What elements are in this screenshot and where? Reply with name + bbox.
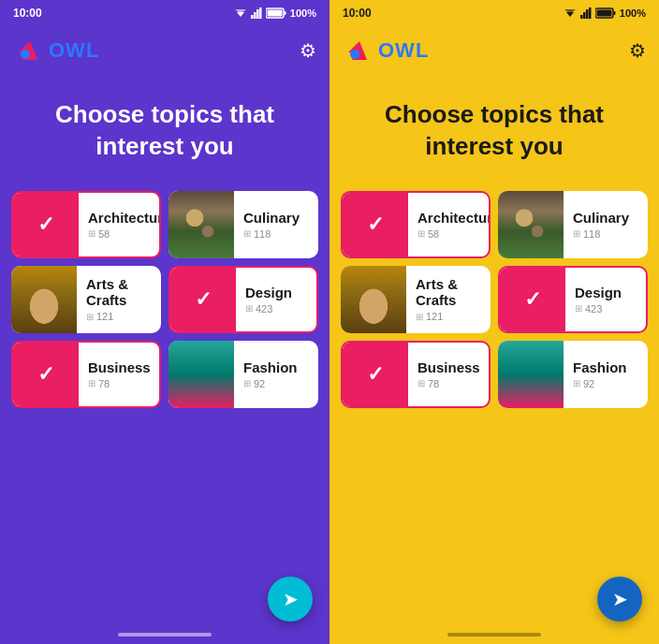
topic-card-architecture-light[interactable]: ✓ Architecture 58: [341, 191, 491, 258]
fab-dark[interactable]: ➤: [268, 577, 313, 622]
svg-rect-3: [254, 12, 256, 19]
culinary-name-light: Culinary: [573, 210, 638, 226]
hero-title-light: Choose topics thatinterest you: [348, 99, 640, 163]
status-icons-dark: 100%: [234, 7, 316, 19]
svg-rect-17: [589, 7, 592, 19]
battery-icon-light: [595, 7, 616, 19]
hero-title-dark: Choose topics thatinterest you: [19, 99, 311, 163]
architecture-name-dark: Architecture: [88, 210, 161, 226]
fashion-count-dark: 92: [243, 378, 309, 389]
architecture-info-light: Architecture 58: [408, 204, 491, 245]
battery-icon-dark: [266, 7, 286, 19]
svg-rect-15: [583, 12, 586, 19]
business-count-light: 78: [417, 378, 480, 389]
culinary-count-dark: 118: [243, 228, 309, 240]
logo-owl-icon-dark: [13, 34, 47, 67]
status-time-dark: 10:00: [13, 7, 42, 20]
arts-thumb-dark: [11, 266, 77, 333]
topics-grid-light: ✓ Architecture 58 Culinary 118 Arts & Cr…: [330, 191, 659, 408]
svg-rect-2: [251, 15, 254, 19]
app-header-light: OWL ⚙: [330, 26, 659, 71]
svg-point-11: [21, 50, 30, 59]
svg-rect-4: [256, 9, 259, 19]
topic-card-culinary-dark[interactable]: Culinary 118: [168, 191, 318, 258]
design-check-dark: ✓: [170, 266, 236, 333]
fashion-thumb-light: [498, 341, 564, 408]
svg-rect-5: [259, 7, 262, 19]
topic-card-culinary-light[interactable]: Culinary 118: [498, 191, 648, 258]
architecture-count-light: 58: [417, 228, 491, 240]
topic-card-arts-dark[interactable]: Arts & Crafts 121: [11, 266, 161, 333]
design-name-dark: Design: [245, 285, 307, 300]
arts-count-dark: 121: [86, 311, 152, 322]
business-check-light: ✓: [343, 341, 408, 408]
status-icons-light: 100%: [564, 7, 646, 19]
architecture-check-dark: ✓: [13, 191, 79, 258]
fashion-thumb-dark: [168, 341, 234, 408]
fashion-name-dark: Fashion: [243, 359, 309, 375]
settings-icon-light[interactable]: ⚙: [629, 39, 646, 62]
culinary-count-light: 118: [573, 228, 638, 240]
topic-card-design-dark[interactable]: ✓ Design 423: [168, 266, 318, 333]
signal-icon-light: [580, 7, 592, 19]
svg-rect-14: [580, 15, 583, 19]
hero-text-light: Choose topics thatinterest you: [330, 71, 659, 191]
business-check-dark: ✓: [13, 341, 79, 408]
fab-light[interactable]: ➤: [597, 577, 642, 622]
topic-card-business-light[interactable]: ✓ Business 78: [341, 341, 491, 408]
topic-card-architecture-dark[interactable]: ✓ Architecture 58: [11, 191, 161, 258]
topic-card-fashion-light[interactable]: Fashion 92: [498, 341, 648, 408]
topic-card-design-light[interactable]: ✓ Design 423: [498, 266, 648, 333]
phone-panel-light: 10:00 100%: [330, 0, 659, 644]
battery-text-dark: 100%: [290, 7, 316, 19]
home-indicator-light: [447, 633, 541, 637]
svg-rect-19: [596, 10, 611, 17]
svg-rect-8: [284, 11, 286, 15]
fashion-info-dark: Fashion 92: [234, 354, 318, 395]
fashion-info-light: Fashion 92: [564, 354, 648, 395]
logo-light: OWL: [343, 34, 429, 67]
design-name-light: Design: [575, 285, 637, 300]
signal-icon-dark: [251, 7, 262, 19]
svg-marker-1: [235, 9, 246, 14]
logo-text-light: OWL: [378, 38, 429, 63]
business-info-light: Business 78: [408, 354, 490, 395]
logo-owl-icon-light: [343, 34, 376, 67]
status-bar-light: 10:00 100%: [330, 0, 659, 26]
fashion-count-light: 92: [573, 378, 638, 389]
architecture-name-light: Architecture: [417, 210, 491, 226]
svg-rect-7: [267, 10, 282, 17]
battery-text-light: 100%: [620, 7, 646, 19]
topics-grid-dark: ✓ Architecture 58 Culinary 118 Arts & Cr…: [0, 191, 330, 408]
business-info-dark: Business 78: [79, 354, 160, 395]
culinary-thumb-dark: [168, 191, 234, 258]
phone-panel-dark: 10:00 100%: [0, 0, 330, 644]
arts-name-dark: Arts & Crafts: [86, 276, 152, 308]
business-name-light: Business: [417, 359, 480, 375]
topic-card-arts-light[interactable]: Arts & Crafts 121: [341, 266, 491, 333]
culinary-thumb-light: [498, 191, 564, 258]
svg-rect-20: [613, 11, 615, 15]
arts-info-dark: Arts & Crafts 121: [77, 271, 161, 328]
svg-marker-13: [564, 9, 576, 14]
fab-icon-dark: ➤: [283, 588, 299, 610]
arts-thumb-light: [341, 266, 406, 333]
wifi-icon-light: [564, 7, 577, 19]
business-name-dark: Business: [88, 359, 151, 375]
architecture-check-light: ✓: [343, 191, 408, 258]
design-check-light: ✓: [500, 266, 565, 333]
logo-text-dark: OWL: [49, 38, 99, 63]
fashion-name-light: Fashion: [573, 359, 638, 375]
settings-icon-dark[interactable]: ⚙: [300, 39, 316, 62]
business-count-dark: 78: [88, 378, 151, 389]
culinary-info-light: Culinary 118: [564, 204, 648, 245]
status-time-light: 10:00: [343, 7, 372, 20]
architecture-count-dark: 58: [88, 228, 161, 240]
topic-card-business-dark[interactable]: ✓ Business 78: [11, 341, 161, 408]
status-bar-dark: 10:00 100%: [0, 0, 330, 26]
svg-point-23: [350, 50, 359, 59]
culinary-info-dark: Culinary 118: [234, 204, 318, 245]
architecture-info-dark: Architecture 58: [79, 204, 161, 245]
topic-card-fashion-dark[interactable]: Fashion 92: [168, 341, 318, 408]
hero-text-dark: Choose topics thatinterest you: [0, 71, 330, 191]
